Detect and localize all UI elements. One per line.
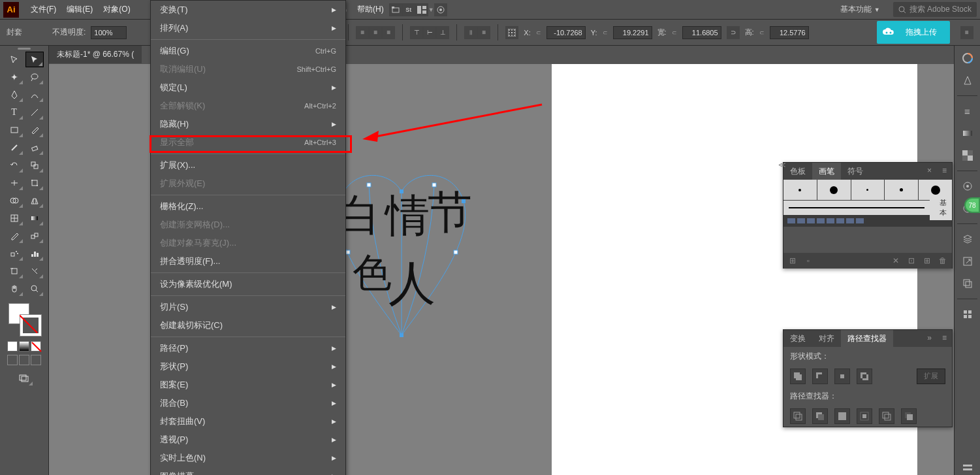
link-wh-icon[interactable]: ⊃	[727, 26, 740, 39]
panel-menu-icon[interactable]: ≡	[937, 163, 952, 180]
menu-item-21[interactable]: 创建裁切标记(C)	[151, 316, 345, 335]
color-panel-icon[interactable]	[960, 51, 975, 65]
menu-item-1[interactable]: 排列(A)▶	[151, 19, 345, 37]
rectangle-tool[interactable]	[5, 122, 24, 138]
align-center-icon[interactable]: ≡	[369, 26, 382, 39]
menu-help[interactable]: 帮助(H)	[352, 1, 389, 18]
menu-item-27[interactable]: 封套扭曲(V)▶	[151, 412, 345, 431]
menu-item-23[interactable]: 路径(P)▶	[151, 339, 345, 357]
eyedropper-tool[interactable]	[5, 228, 24, 244]
scale-tool[interactable]	[25, 157, 44, 173]
brush-preset-3[interactable]	[851, 180, 885, 200]
align-right-icon[interactable]: ≡	[382, 26, 395, 39]
column-graph-tool[interactable]	[25, 246, 44, 261]
pen-tool[interactable]	[5, 87, 24, 103]
distribute-h-icon[interactable]: ⦀	[464, 26, 477, 39]
draw-inside-icon[interactable]	[31, 355, 41, 365]
notification-badge[interactable]: 78	[964, 197, 980, 213]
appearance-panel-icon[interactable]	[960, 179, 975, 193]
brush-pattern-row[interactable]	[783, 215, 952, 227]
align-left-icon[interactable]: ≡	[356, 26, 369, 39]
swatches-tab[interactable]: 色板	[783, 163, 812, 180]
type-tool[interactable]: T	[5, 105, 24, 120]
heart-envelope-object[interactable]: 白 情 节 色 人	[323, 165, 493, 361]
stroke-color[interactable]	[20, 315, 41, 336]
artboard-tool[interactable]	[5, 263, 24, 279]
line-tool[interactable]	[25, 105, 44, 120]
menu-item-20[interactable]: 切片(S)▶	[151, 298, 345, 316]
asset-export-icon[interactable]	[960, 254, 975, 269]
zoom-tool[interactable]	[25, 281, 44, 297]
distribute-v-icon[interactable]: ≡	[477, 26, 490, 39]
pf-divide[interactable]	[790, 408, 806, 424]
menu-item-24[interactable]: 形状(P)▶	[151, 357, 345, 376]
menu-item-7[interactable]: 隐藏(H)▶	[151, 115, 345, 133]
y-input[interactable]	[613, 26, 652, 39]
brush-delete-icon[interactable]: 🗑	[938, 255, 948, 266]
menu-item-13[interactable]: 栅格化(Z)...	[151, 197, 345, 216]
perspective-grid-tool[interactable]	[25, 193, 44, 208]
shaper-tool[interactable]	[5, 140, 24, 156]
stroke-panel-icon[interactable]: ≡	[960, 104, 975, 118]
brush-libraries-menu-icon[interactable]: ▫	[803, 255, 814, 266]
symbols-tab[interactable]: 符号	[841, 163, 870, 180]
draw-behind-icon[interactable]	[19, 355, 29, 365]
menu-item-3[interactable]: 编组(G)Ctrl+G	[151, 42, 345, 60]
layers-panel-icon[interactable]	[960, 232, 975, 246]
pf-merge[interactable]	[834, 408, 850, 424]
gradient-panel-icon[interactable]	[960, 126, 975, 140]
brush-options-icon[interactable]: ⊡	[906, 255, 917, 266]
menu-item-16[interactable]: 拼合透明度(F)...	[151, 252, 345, 270]
width-tool[interactable]	[5, 175, 24, 191]
arrange-docs-icon[interactable]	[415, 3, 428, 16]
rotate-tool[interactable]	[5, 157, 24, 173]
gradient-tool[interactable]	[25, 210, 44, 226]
artboards-panel-icon[interactable]	[960, 276, 975, 291]
color-mode-solid[interactable]	[7, 341, 18, 352]
symbol-sprayer-tool[interactable]	[5, 246, 24, 261]
pf-intersect[interactable]	[834, 369, 850, 384]
panel-menu-icon[interactable]: ≡	[960, 26, 973, 39]
draw-normal-icon[interactable]	[7, 355, 18, 365]
pathfinder-tab[interactable]: 路径查找器	[841, 330, 893, 347]
workspace-switcher[interactable]: 基本功能 ▼	[834, 1, 886, 18]
curvature-tool[interactable]	[25, 87, 44, 103]
st-icon[interactable]: St	[402, 3, 415, 16]
align-middle-icon[interactable]: ⊢	[423, 26, 436, 39]
x-input[interactable]	[546, 26, 586, 39]
menu-file[interactable]: 文件(F)	[25, 1, 61, 18]
menu-item-30[interactable]: 图像描摹▶	[151, 467, 345, 475]
pf-crop[interactable]	[857, 408, 872, 424]
menu-edit[interactable]: 编辑(E)	[61, 1, 98, 18]
menu-item-26[interactable]: 混合(B)▶	[151, 394, 345, 412]
properties-icon[interactable]	[960, 461, 975, 475]
brushes-tab[interactable]: 画笔	[812, 163, 841, 180]
panel-close-icon[interactable]: ×	[922, 163, 937, 180]
pf-trim[interactable]	[812, 408, 828, 424]
align-tab[interactable]: 对齐	[812, 330, 841, 347]
pf-collapse-icon[interactable]: »	[922, 330, 937, 347]
w-input[interactable]	[682, 26, 721, 39]
brush-remove-icon[interactable]: ✕	[891, 255, 901, 266]
direct-selection-tool[interactable]	[25, 52, 44, 67]
fill-stroke-swatch[interactable]	[8, 303, 41, 336]
opacity-input[interactable]	[91, 26, 127, 39]
blend-tool[interactable]	[25, 228, 44, 244]
selection-tool[interactable]	[5, 52, 24, 67]
pf-expand-button[interactable]: 扩展	[917, 369, 945, 384]
libraries-icon[interactable]	[960, 307, 975, 321]
color-mode-none[interactable]	[31, 341, 41, 352]
mesh-tool[interactable]	[5, 210, 24, 226]
menu-item-28[interactable]: 透视(P)▶	[151, 431, 345, 449]
menu-item-10[interactable]: 扩展(X)...	[151, 156, 345, 174]
align-top-icon[interactable]: ⊤	[410, 26, 423, 39]
adobe-stock-search[interactable]: 搜索 Adobe Stock	[893, 2, 977, 17]
brush-stroke-preview[interactable]	[789, 207, 925, 208]
slice-tool[interactable]	[25, 263, 44, 279]
lasso-tool[interactable]	[25, 69, 44, 85]
pf-unite[interactable]	[790, 369, 806, 384]
brush-library-icon[interactable]: ⊞	[787, 255, 798, 266]
menu-item-18[interactable]: 设为像素级优化(M)	[151, 275, 345, 293]
pf-outline[interactable]	[879, 408, 894, 424]
transparency-panel-icon[interactable]	[960, 148, 975, 163]
